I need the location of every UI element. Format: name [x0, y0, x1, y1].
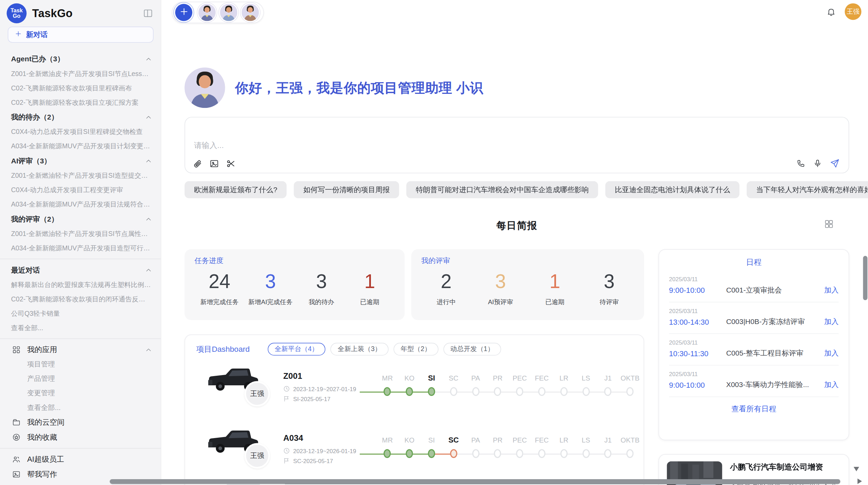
- notification-bell-icon[interactable]: [827, 7, 836, 16]
- sidebar-item-star-badge-icon[interactable]: 我的收藏: [0, 430, 161, 445]
- chevron-up-icon[interactable]: [145, 346, 152, 353]
- attachment-icon[interactable]: [193, 159, 202, 168]
- milestone-node[interactable]: [582, 387, 590, 396]
- screenshot-scissors-icon[interactable]: [226, 159, 236, 168]
- milestone-node[interactable]: [406, 449, 413, 458]
- milestone-SC: SC: [443, 372, 465, 418]
- milestone-node[interactable]: [384, 387, 391, 396]
- sidebar-section-title[interactable]: 我的评审（2）: [0, 212, 161, 227]
- chat-avatar-3[interactable]: [242, 4, 259, 21]
- sidebar-list-item[interactable]: Z001-全新燃油皮卡产品开发项目SI节点Lesson Learn报告: [0, 66, 161, 81]
- project-row[interactable]: 王强 A034 2023-12-19~2026-01-19 SC-2025-05…: [185, 426, 643, 480]
- milestone-node[interactable]: [450, 449, 457, 458]
- join-meeting-link[interactable]: 加入: [824, 380, 839, 390]
- project-row[interactable]: 王强 Z001 2023-12-19~2027-01-19 SI-2025-05…: [185, 364, 643, 418]
- vertical-scrollbar-thumb[interactable]: [863, 256, 868, 300]
- stat-value: 24: [200, 269, 239, 294]
- sidebar-subitem[interactable]: 查看全部...: [0, 400, 161, 415]
- suggestion-chip[interactable]: 欧洲新规最近颁布了什么?: [184, 181, 287, 198]
- sidebar-item-cloud-folder-icon[interactable]: 我的云空间: [0, 415, 161, 430]
- milestone-label: PR: [493, 434, 503, 447]
- milestone-node[interactable]: [450, 387, 457, 396]
- user-avatar[interactable]: 王强: [845, 3, 861, 20]
- dashboard-tab[interactable]: 年型（2）: [394, 343, 438, 356]
- sidebar-list-item[interactable]: C0X4-动力总成开发项目SI里程碑提交物检查: [0, 125, 161, 139]
- project-info: Z001 2023-12-19~2027-01-19 SI-2025-05-17: [283, 364, 376, 418]
- sidebar-list-item[interactable]: 解释最新出台的欧盟报废车法规再生塑料比例被调至15%...: [0, 277, 161, 292]
- milestone-node[interactable]: [472, 387, 479, 396]
- sidebar-subitem[interactable]: 变更管理: [0, 386, 161, 400]
- suggestion-chip[interactable]: 特朗普可能对进口汽车增税会对中国车企造成哪些影响: [407, 181, 598, 198]
- sidebar-list-item[interactable]: C02-飞腾新能源轻客改款项目里程碑画布: [0, 81, 161, 95]
- horizontal-scrollbar-thumb[interactable]: [110, 479, 840, 484]
- sidebar-section-title[interactable]: Agent已办（3）: [0, 51, 161, 66]
- layout-grid-icon[interactable]: [824, 219, 833, 228]
- sidebar-list-item[interactable]: Z001-全新燃油轻卡产品开发项目SI节点属性5D文件评审: [0, 226, 161, 241]
- chevron-up-icon[interactable]: [145, 267, 152, 273]
- sidebar-list-item[interactable]: 公司Q3轻卡销量: [0, 306, 161, 321]
- milestone-node[interactable]: [472, 449, 479, 458]
- sidebar-item-my-apps[interactable]: 我的应用: [0, 342, 161, 357]
- milestone-node[interactable]: [428, 387, 435, 396]
- sidebar-list-item[interactable]: A034-全新新能源MUV产品开发项目造型可行性评审: [0, 241, 161, 255]
- image-upload-icon[interactable]: [209, 159, 219, 168]
- milestone-node[interactable]: [494, 387, 501, 396]
- sidebar-section-title[interactable]: 最近对话: [0, 262, 161, 277]
- milestone-node[interactable]: [582, 449, 590, 458]
- chat-avatar-1[interactable]: [198, 4, 216, 21]
- collapse-sidebar-icon[interactable]: [143, 8, 153, 18]
- sidebar-list-item[interactable]: 查看全部...: [0, 321, 161, 335]
- milestone-node[interactable]: [604, 387, 612, 396]
- milestone-node[interactable]: [560, 449, 567, 458]
- milestone-node[interactable]: [538, 449, 545, 458]
- sidebar-list-item[interactable]: C0X4-动力总成开发项目工程变更评审: [0, 183, 161, 197]
- sidebar-list-item[interactable]: A034-全新新能源MUV产品开发项目法规符合性评审: [0, 197, 161, 212]
- dashboard-tab[interactable]: 全新上装（3）: [330, 343, 388, 356]
- milestone-node[interactable]: [604, 449, 612, 458]
- microphone-icon[interactable]: [813, 159, 822, 168]
- sidebar-section-title[interactable]: AI评审（3）: [0, 153, 161, 169]
- milestone-node[interactable]: [538, 387, 545, 396]
- phone-call-icon[interactable]: [796, 159, 805, 168]
- chevron-up-icon[interactable]: [145, 114, 152, 120]
- sidebar-item-users-icon[interactable]: AI超级员工: [0, 452, 161, 467]
- new-chat-button[interactable]: 新对话: [8, 27, 154, 43]
- add-chat-button[interactable]: [175, 4, 192, 21]
- suggestion-chip[interactable]: 如何写一份清晰的项目周报: [294, 181, 399, 198]
- stat-value: 3: [481, 269, 520, 294]
- milestone-node[interactable]: [560, 387, 567, 396]
- dashboard-tab[interactable]: 动总开发（1）: [443, 343, 501, 356]
- milestone-node[interactable]: [516, 387, 523, 396]
- join-meeting-link[interactable]: 加入: [824, 317, 839, 327]
- sidebar-list-item[interactable]: C02-飞腾新能源轻客改款项目立项汇报方案: [0, 95, 161, 110]
- milestone-node[interactable]: [494, 449, 501, 458]
- sidebar-section-title[interactable]: 我的待办（2）: [0, 110, 161, 125]
- dashboard-tab[interactable]: 全新平台（4）: [267, 343, 325, 356]
- milestone-node[interactable]: [428, 449, 435, 458]
- milestone-node[interactable]: [626, 387, 634, 396]
- join-meeting-link[interactable]: 加入: [824, 348, 839, 358]
- stat-value: 3: [248, 269, 292, 294]
- milestone-node[interactable]: [626, 449, 634, 458]
- chevron-up-icon[interactable]: [145, 55, 152, 62]
- sidebar-list-item[interactable]: C02-飞腾新能源轻客改款项目的闭环通告反馈情况: [0, 292, 161, 306]
- join-meeting-link[interactable]: 加入: [824, 285, 839, 295]
- chevron-up-icon[interactable]: [145, 216, 152, 222]
- chat-avatar-2[interactable]: [220, 4, 237, 21]
- milestone-node[interactable]: [384, 449, 391, 458]
- sidebar-subitem[interactable]: 产品管理: [0, 372, 161, 386]
- scroll-down-arrow[interactable]: [854, 467, 859, 471]
- view-all-schedule-link[interactable]: 查看所有日程: [669, 397, 839, 421]
- chevron-up-icon[interactable]: [145, 158, 152, 164]
- suggestion-chip[interactable]: 当下年轻人对汽车外观有怎样的喜好趋势: [747, 181, 868, 198]
- scroll-right-arrow[interactable]: [857, 478, 862, 484]
- message-composer[interactable]: 请输入...: [184, 117, 849, 173]
- sidebar-list-item[interactable]: A034-全新新能源MUV产品开发项目计划变更表编写: [0, 139, 161, 153]
- sidebar-subitem[interactable]: 项目管理: [0, 357, 161, 372]
- sidebar-list-item[interactable]: Z001-全新燃油轻卡产品开发项目SI造型提交物评审: [0, 169, 161, 183]
- milestone-node[interactable]: [406, 387, 413, 396]
- send-button[interactable]: [830, 158, 840, 168]
- suggestion-chip[interactable]: 比亚迪全固态电池计划具体说了什么: [605, 181, 739, 198]
- milestone-node[interactable]: [516, 449, 523, 458]
- stat-item: 3 我的待办: [302, 269, 341, 306]
